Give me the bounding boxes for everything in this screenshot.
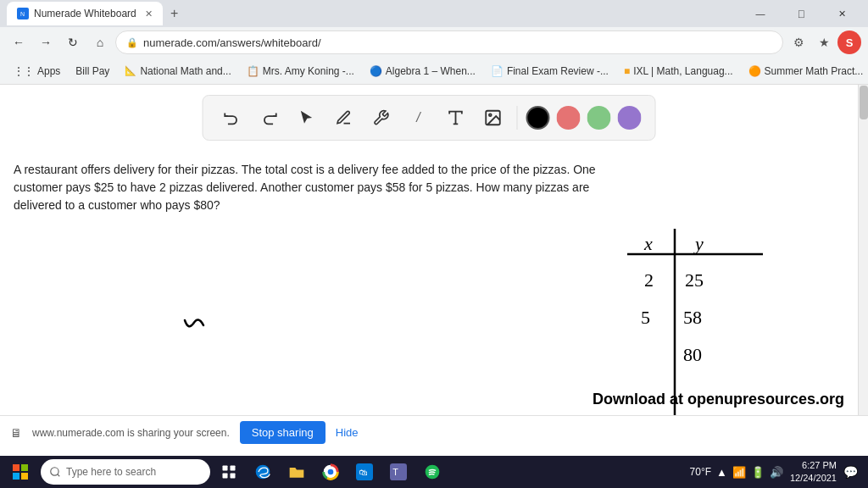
svg-text:2: 2 (644, 269, 654, 291)
national-math-icon: 📐 (125, 65, 136, 76)
toolbar-divider (517, 106, 518, 130)
scroll-thumb[interactable] (860, 86, 868, 119)
problem-paragraph: A restaurant offers delivery for their p… (14, 161, 604, 214)
refresh-button[interactable]: ↻ (61, 30, 85, 54)
home-button[interactable]: ⌂ (88, 30, 112, 54)
taskbar-edge-icon[interactable] (248, 456, 278, 488)
svg-text:x: x (643, 233, 653, 254)
wrench-tool-button[interactable] (366, 103, 397, 133)
bookmark-ixl[interactable]: ■ IXL | Math, Languag... (617, 61, 740, 81)
forward-button[interactable]: → (34, 30, 58, 54)
taskbar-teams-icon[interactable]: T (383, 456, 414, 488)
bookmark-apps-label: Apps (37, 65, 60, 77)
undo-button[interactable] (217, 103, 248, 133)
select-tool-button[interactable] (292, 103, 322, 133)
problem-text: A restaurant offers delivery for their p… (14, 161, 604, 214)
ixl-icon: ■ (624, 65, 630, 77)
taskbar-spotify-icon[interactable] (417, 456, 448, 488)
svg-text:🛍: 🛍 (359, 468, 368, 477)
bookmark-algebra[interactable]: 🔵 Algebra 1 – When... (363, 61, 482, 81)
taskbar-chrome-icon[interactable] (315, 456, 346, 488)
eraser-tool-button[interactable]: / (403, 103, 434, 133)
browser-tab[interactable]: N Numerade Whiteboard ✕ (7, 2, 163, 25)
redo-button[interactable] (254, 103, 285, 133)
svg-point-5 (489, 114, 492, 116)
taskbar-store-icon[interactable]: 🛍 (349, 456, 380, 488)
bookmark-amy-koning-label: Mrs. Amy Koning -... (263, 65, 354, 77)
network-icon: ▲ (716, 466, 727, 479)
bookmark-billpay-label: Bill Pay (75, 65, 109, 77)
taskbar-clock[interactable]: 6:27 PM 12/24/2021 (790, 459, 837, 485)
svg-text:N: N (20, 11, 25, 17)
address-input[interactable]: 🔒 numerade.com/answers/whiteboard/ (115, 30, 783, 54)
lock-icon: 🔒 (126, 37, 138, 48)
volume-icon: 🔊 (770, 466, 783, 479)
maximize-button[interactable]: ⎕ (782, 0, 821, 27)
stop-sharing-button[interactable]: Stop sharing (240, 421, 326, 444)
summer-math-icon: 🟠 (748, 65, 761, 77)
svg-rect-24 (231, 474, 236, 479)
system-tray-icons: 70°F ▲ 📶 🔋 🔊 (690, 466, 783, 479)
screen-share-bar: 🖥 www.numerade.com is sharing your scree… (0, 415, 868, 449)
close-button[interactable]: ✕ (822, 0, 861, 27)
scrollbar[interactable] (858, 85, 868, 415)
bookmark-summer-math[interactable]: 🟠 Summer Math Pract... (742, 61, 868, 81)
svg-text:y: y (693, 233, 704, 254)
image-tool-button[interactable] (478, 103, 509, 133)
svg-rect-18 (21, 473, 28, 480)
svg-text:25: 25 (685, 269, 704, 291)
svg-text:T: T (392, 467, 398, 477)
pen-tool-button[interactable] (329, 103, 359, 133)
whiteboard-area[interactable]: / A restaurant offers delivery for their… (0, 85, 858, 415)
final-exam-icon: 📄 (491, 65, 504, 77)
text-tool-button[interactable] (441, 103, 471, 133)
tab-close-button[interactable]: ✕ (145, 8, 153, 19)
svg-text:5: 5 (641, 307, 650, 328)
watermark: Download at openupresources.org (593, 391, 844, 408)
notification-icon[interactable]: 💬 (843, 465, 858, 479)
back-button[interactable]: ← (7, 30, 31, 54)
favorites-button[interactable]: ★ (812, 30, 836, 54)
tab-favicon: N (17, 8, 29, 19)
bookmark-final-exam[interactable]: 📄 Final Exam Review -... (484, 61, 615, 81)
title-bar: N Numerade Whiteboard ✕ + — ⎕ ✕ (0, 0, 868, 27)
weather-temp: 70°F (690, 466, 711, 478)
bookmark-final-exam-label: Final Exam Review -... (507, 65, 609, 77)
bookmark-ixl-label: IXL | Math, Languag... (633, 65, 732, 77)
color-black-swatch[interactable] (526, 106, 550, 130)
svg-rect-21 (223, 466, 228, 471)
bookmark-national-math[interactable]: 📐 National Math and... (118, 61, 237, 81)
svg-text:80: 80 (683, 344, 702, 365)
toolbar: / (203, 95, 656, 141)
bookmark-national-math-label: National Math and... (140, 65, 231, 77)
svg-point-27 (328, 469, 334, 475)
color-purple-swatch[interactable] (618, 106, 642, 130)
address-actions: ⚙ ★ S (787, 30, 861, 54)
svg-rect-16 (21, 464, 28, 471)
tab-title: Numerade Whiteboard (34, 8, 136, 19)
taskbar-icons: 🛍 T (214, 456, 448, 488)
bookmark-summer-math-label: Summer Math Pract... (765, 65, 864, 77)
extensions-button[interactable]: ⚙ (787, 30, 810, 54)
taskbar-right: 70°F ▲ 📶 🔋 🔊 6:27 PM 12/24/2021 💬 (690, 459, 865, 485)
bookmark-amy-koning[interactable]: 📋 Mrs. Amy Koning -... (240, 61, 361, 81)
hide-link[interactable]: Hide (336, 426, 359, 439)
clock-date: 12/24/2021 (790, 472, 837, 485)
amy-koning-icon: 📋 (247, 65, 259, 77)
minimize-button[interactable]: — (741, 0, 780, 27)
new-tab-button[interactable]: + (163, 2, 186, 25)
tab-area: N Numerade Whiteboard ✕ + (7, 2, 741, 25)
taskbar-search-placeholder: Type here to search (66, 466, 156, 478)
screen-share-icon: 🖥 (10, 426, 22, 440)
address-bar: ← → ↻ ⌂ 🔒 numerade.com/answers/whiteboar… (0, 27, 868, 58)
color-red-swatch[interactable] (557, 106, 581, 130)
taskbar-search[interactable]: Type here to search (41, 459, 210, 485)
bookmark-apps[interactable]: ⋮⋮ Apps (7, 61, 67, 81)
color-green-swatch[interactable] (587, 106, 611, 130)
apps-icon: ⋮⋮ (14, 65, 34, 77)
start-button[interactable] (3, 456, 37, 488)
profile-button[interactable]: S (837, 30, 861, 54)
bookmark-billpay[interactable]: Bill Pay (69, 61, 116, 81)
taskbar-file-explorer[interactable] (281, 456, 312, 488)
taskbar-task-view[interactable] (214, 456, 244, 488)
